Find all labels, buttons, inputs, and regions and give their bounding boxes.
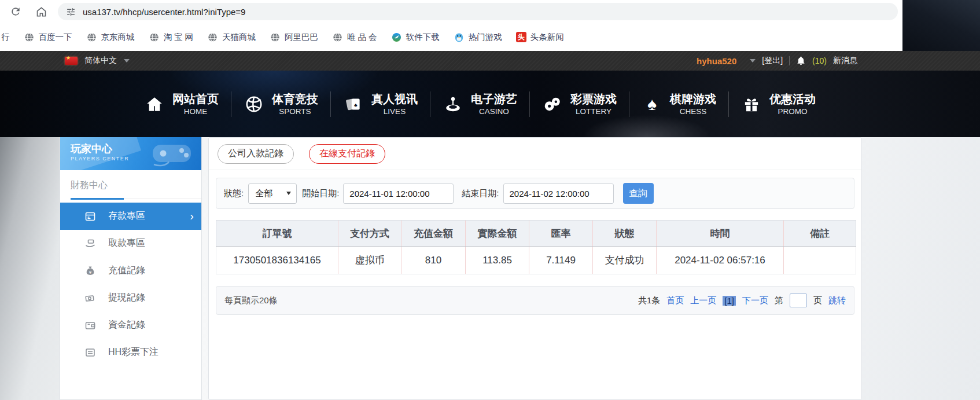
bookmark-item[interactable]: 阿里巴巴 — [270, 32, 318, 43]
jump-button[interactable]: 跳转 — [828, 295, 846, 306]
players-center-banner: 玩家中心 PLAYERS CENTER — [60, 137, 201, 170]
cell-remark — [784, 247, 856, 274]
withdraw-hand-icon — [84, 238, 96, 249]
first-page-link[interactable]: 首页 — [666, 295, 684, 306]
url-text: usa137.tv/hhcp/usercenter.html?iniType=9 — [83, 7, 245, 17]
col-actual-amount: 實際金額 — [466, 221, 529, 247]
page-jump-input[interactable] — [790, 293, 807, 307]
site-settings-icon[interactable] — [66, 7, 76, 17]
list-icon — [84, 347, 96, 358]
money-bag-icon: ¥ — [84, 265, 96, 277]
cell-exchange-rate: 7.1149 — [529, 247, 593, 274]
globe-icon — [24, 32, 35, 43]
home-nav-icon — [144, 94, 165, 115]
filter-bar: 狀態: 全部 開始日期: 結束日期: 查詢 — [216, 178, 854, 209]
chevron-down-icon — [124, 59, 130, 63]
next-page-link[interactable]: 下一页 — [742, 295, 768, 306]
sidebar-item-withdraw[interactable]: 取款專區 — [60, 230, 201, 257]
bookmark-item[interactable]: 天猫商城 — [207, 32, 256, 43]
language-selector[interactable]: 简体中文 — [84, 56, 117, 66]
bookmark-item[interactable]: 百度一下 — [24, 32, 72, 43]
jump-prefix: 第 — [775, 295, 783, 306]
bookmark-item[interactable]: 软件下载 — [391, 32, 440, 43]
bookmark-item[interactable]: 淘 宝 网 — [149, 32, 194, 43]
globe-icon — [332, 32, 343, 43]
search-button[interactable]: 查詢 — [623, 183, 654, 204]
notifications-bell[interactable] — [796, 56, 806, 66]
nav-item-chess[interactable]: ♠ 棋牌游戏CHESS — [629, 92, 728, 116]
bookmark-item[interactable]: 行 — [1, 32, 10, 43]
bookmark-item[interactable]: 唯 品 会 — [332, 32, 377, 43]
reload-icon — [10, 6, 21, 17]
sidebar-item-deposit[interactable]: 存款專區 › — [60, 203, 201, 230]
sidebar-item-hh-lottery-bets[interactable]: HH彩票下注 — [60, 339, 201, 366]
page-size-text: 每頁顯示20條 — [224, 295, 278, 306]
nav-item-sports[interactable]: 体育竞技SPORTS — [231, 92, 330, 116]
nav-item-casino[interactable]: 电子游艺CASINO — [430, 92, 529, 116]
chevron-right-icon: › — [190, 209, 194, 222]
finance-section: 財務中心 — [60, 170, 201, 200]
sidebar-menu: 存款專區 › 取款專區 ¥ 充值記錄 提現記錄 資金記錄 HH彩票下注 — [60, 203, 201, 366]
sidebar-item-withdrawal-records[interactable]: 提現記錄 — [60, 284, 201, 311]
divider — [789, 56, 790, 65]
start-date-label: 開始日期: — [302, 188, 339, 199]
sidebar-item-recharge-records[interactable]: ¥ 充值記錄 — [60, 257, 201, 284]
china-flag-icon — [65, 57, 78, 65]
bookmark-item[interactable]: 京东商城 — [86, 32, 135, 43]
nav-item-lives[interactable]: ♠ 真人视讯LIVES — [331, 92, 430, 116]
wallet-icon — [84, 320, 96, 331]
messages-label[interactable]: 新消息 — [833, 56, 857, 66]
current-page-indicator[interactable]: [1] — [723, 296, 736, 306]
end-date-label: 結束日期: — [462, 188, 499, 199]
cell-actual-amount: 113.85 — [466, 247, 529, 274]
reload-button[interactable] — [8, 4, 23, 19]
globe-icon — [86, 32, 97, 43]
table-row: 1730501836134165 虚拟币 810 113.85 7.1149 支… — [216, 247, 856, 274]
nav-item-promo[interactable]: 优惠活动PROMO — [729, 92, 828, 116]
sidebar-item-funds-records[interactable]: 資金記錄 — [60, 311, 201, 339]
prev-page-link[interactable]: 上一页 — [690, 295, 716, 306]
globe-icon — [207, 32, 218, 43]
topbar: 简体中文 hyhua520 [登出] (10) 新消息 — [0, 51, 980, 71]
gamepad-icon — [148, 140, 197, 168]
nav-item-lottery[interactable]: 彩票游戏LOTTERY — [530, 92, 629, 116]
table-header-row: 訂單號 支付方式 充值金額 實際金額 匯率 狀態 時間 備註 — [216, 221, 856, 247]
gift-icon — [741, 94, 762, 115]
orders-table: 訂單號 支付方式 充值金額 實際金額 匯率 狀態 時間 備註 173050183… — [216, 220, 856, 274]
bookmark-item[interactable]: 头 头条新闻 — [516, 32, 564, 43]
cell-order-number: 1730501836134165 — [216, 247, 338, 274]
bookmark-item[interactable]: 热门游戏 — [454, 32, 502, 43]
username-menu[interactable]: hyhua520 — [697, 56, 736, 66]
finance-section-title: 財務中心 — [71, 179, 191, 192]
tab-company-deposit-records[interactable]: 公司入款記錄 — [218, 144, 294, 164]
logout-link[interactable]: [登出] — [762, 56, 783, 66]
tab-online-payment-records[interactable]: 在線支付記錄 — [309, 144, 385, 164]
globe-icon — [270, 32, 281, 43]
col-recharge-amount: 充值金額 — [401, 221, 466, 247]
section-underline — [71, 198, 191, 200]
sidebar: 玩家中心 PLAYERS CENTER 財務中心 存款專區 › 取款專區 — [60, 137, 202, 400]
pagination-controls: 共1条 首页 上一页 [1] 下一页 第 页 跳转 — [638, 293, 846, 307]
pagination-bar: 每頁顯示20條 共1条 首页 上一页 [1] 下一页 第 页 跳转 — [216, 286, 854, 315]
messages-count[interactable]: (10) — [812, 56, 827, 65]
end-date-input[interactable] — [503, 184, 614, 204]
start-date-input[interactable] — [343, 184, 454, 204]
page-behind-corner — [902, 0, 980, 51]
home-button[interactable] — [34, 4, 49, 19]
col-remark: 備註 — [784, 221, 856, 247]
status-label: 狀態: — [224, 188, 244, 199]
col-time: 時間 — [657, 221, 784, 247]
url-bar[interactable]: usa137.tv/hhcp/usercenter.html?iniType=9 — [58, 3, 898, 20]
account-area: hyhua520 [登出] (10) 新消息 — [697, 51, 857, 71]
col-exchange-rate: 匯率 — [529, 221, 593, 247]
tabs-row: 公司入款記錄 在線支付記錄 — [209, 138, 861, 170]
cell-time: 2024-11-02 06:57:16 — [657, 247, 784, 274]
spade-icon: ♠ — [642, 94, 662, 115]
records-panel: 公司入款記錄 在線支付記錄 狀態: 全部 開始日期: 結束日期: 查詢 訂單號 — [208, 137, 862, 400]
status-select[interactable]: 全部 — [248, 184, 297, 204]
nav-item-home[interactable]: 网站首页HOME — [132, 92, 231, 116]
col-order-number: 訂單號 — [216, 221, 338, 247]
select-caret-icon — [286, 192, 291, 195]
cell-recharge-amount: 810 — [401, 247, 466, 274]
bell-icon — [796, 56, 806, 66]
